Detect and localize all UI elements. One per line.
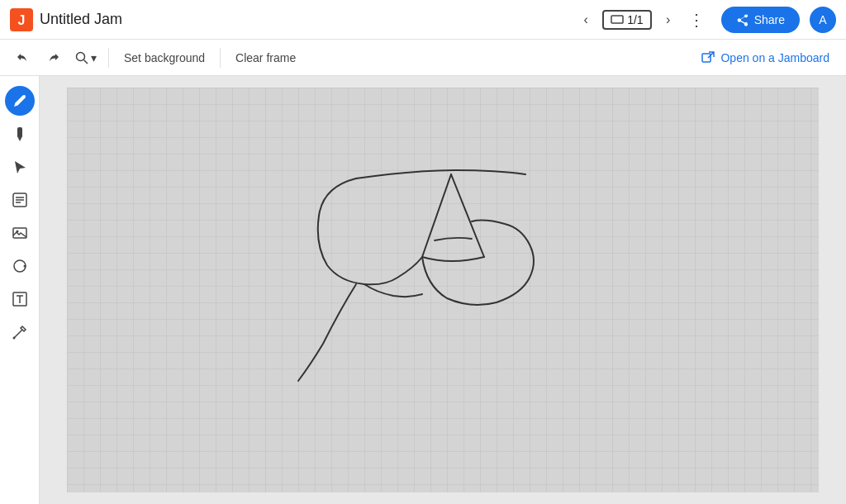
clear-frame-button[interactable]: Clear frame	[227, 48, 304, 68]
main-content	[0, 76, 846, 504]
top-toolbar: ▾ Set background Clear frame Open on a J…	[0, 40, 846, 76]
divider	[108, 48, 109, 68]
svg-point-6	[23, 95, 26, 97]
text-box-icon	[12, 291, 28, 307]
shape-icon	[12, 258, 28, 274]
marker-icon	[12, 126, 28, 142]
jamboard-logo: J	[10, 8, 33, 31]
drawing-layer	[67, 88, 819, 492]
svg-point-20	[12, 337, 15, 340]
pen-tool-button[interactable]	[5, 86, 35, 116]
header: J Untitled Jam ‹ 1/1 › ⋮ Share A	[0, 0, 846, 40]
svg-rect-5	[702, 54, 711, 62]
slide-counter[interactable]: 1/1	[602, 10, 651, 30]
divider2	[220, 48, 221, 68]
undo-icon	[16, 50, 31, 65]
undo-button[interactable]	[10, 45, 36, 71]
share-icon	[736, 13, 749, 26]
laser-icon	[12, 324, 28, 340]
sticky-note-icon	[12, 192, 28, 208]
zoom-arrow: ▾	[91, 51, 97, 64]
share-button[interactable]: Share	[721, 7, 800, 33]
slide-icon	[611, 15, 624, 24]
shape-tool-button[interactable]	[5, 251, 35, 281]
select-tool-button[interactable]	[5, 152, 35, 182]
set-background-button[interactable]: Set background	[116, 48, 213, 68]
laser-tool-button[interactable]	[5, 317, 35, 347]
user-avatar[interactable]: A	[810, 7, 836, 33]
svg-point-16	[23, 265, 26, 268]
header-right: ⋮ Share A	[682, 7, 836, 33]
redo-button[interactable]	[40, 45, 66, 71]
svg-rect-2	[611, 16, 623, 23]
svg-line-4	[84, 59, 88, 64]
whiteboard[interactable]	[67, 88, 819, 492]
svg-text:J: J	[18, 13, 26, 27]
zoom-control[interactable]: ▾	[69, 47, 102, 69]
text-box-tool-button[interactable]	[5, 284, 35, 314]
more-options-button[interactable]: ⋮	[682, 7, 711, 33]
external-link-icon	[701, 50, 715, 65]
select-icon	[12, 159, 28, 175]
marker-tool-button[interactable]	[5, 119, 35, 149]
zoom-icon	[74, 50, 89, 65]
sticky-note-tool-button[interactable]	[5, 185, 35, 215]
image-icon	[12, 225, 28, 241]
document-title[interactable]: Untitled Jam	[40, 11, 573, 28]
svg-point-3	[77, 52, 85, 60]
next-slide-button[interactable]: ›	[655, 7, 682, 33]
left-toolbar	[0, 76, 40, 504]
open-jamboard-button[interactable]: Open on a Jamboard	[694, 47, 836, 69]
slide-navigation: ‹ 1/1 ›	[573, 7, 681, 33]
image-tool-button[interactable]	[5, 218, 35, 248]
svg-marker-8	[18, 138, 21, 141]
pen-icon	[12, 93, 28, 109]
canvas-area[interactable]	[40, 76, 846, 504]
redo-icon	[45, 50, 60, 65]
prev-slide-button[interactable]: ‹	[573, 7, 599, 33]
svg-rect-7	[17, 127, 22, 138]
